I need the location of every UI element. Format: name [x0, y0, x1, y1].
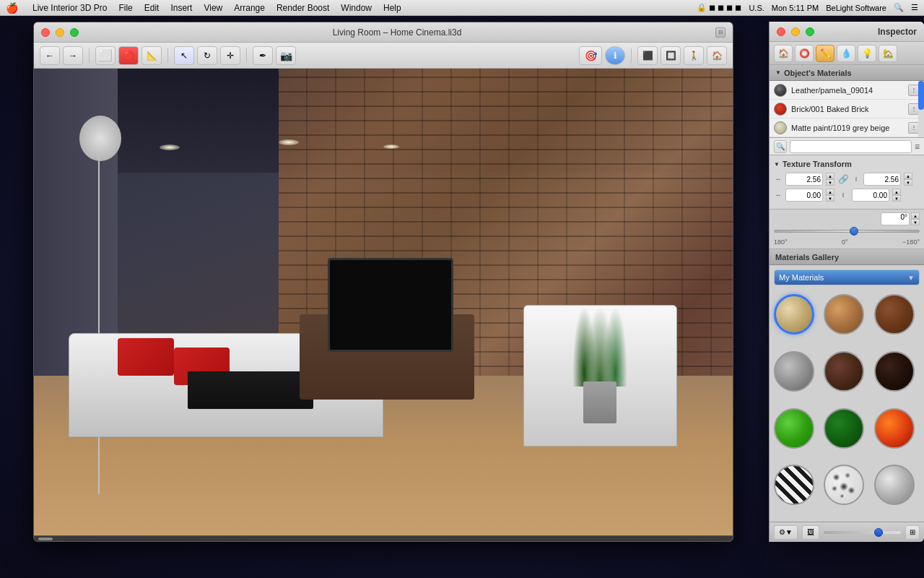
gallery-item-wood-light[interactable]	[824, 294, 864, 335]
offset-x-input[interactable]: 0.00	[785, 189, 823, 202]
tool-pen-button[interactable]: ✒	[253, 46, 273, 65]
menu-window[interactable]: Window	[341, 3, 372, 13]
scale-y-input[interactable]: 2.56	[863, 173, 901, 186]
gallery-item-fire[interactable]	[874, 408, 915, 449]
gallery-item-zebra[interactable]	[774, 465, 814, 505]
eyedropper-button[interactable]: 🔍	[774, 140, 787, 153]
tool-camera-button[interactable]: 📷	[276, 46, 296, 65]
scale-y-increment[interactable]: ▲	[904, 173, 912, 179]
menu-arrange[interactable]: Arrange	[234, 3, 265, 13]
offset-x-stepper[interactable]: ▲ ▼	[826, 189, 834, 202]
apple-menu[interactable]: 🍎	[6, 2, 18, 14]
rotation-slider-container[interactable]	[774, 225, 920, 237]
menu-view[interactable]: View	[204, 3, 222, 13]
footer-image-button[interactable]: 🖼	[802, 525, 819, 540]
tool-room-button[interactable]: 📐	[141, 46, 162, 65]
materials-options-button[interactable]: ≡	[915, 142, 920, 152]
tab-lighting[interactable]: 💡	[858, 45, 876, 62]
tool-wall-button[interactable]: 🔴	[118, 46, 139, 65]
inspector-minimize-button[interactable]	[791, 27, 800, 36]
window-close-button[interactable]	[41, 28, 50, 37]
tool-floor-button[interactable]: ⬜	[95, 46, 116, 65]
scale-x-decrement[interactable]: ▼	[826, 179, 834, 186]
toolbar-sep-3	[246, 48, 247, 63]
info-button[interactable]: ℹ	[605, 46, 625, 65]
rotation-stepper[interactable]: ▲ ▼	[911, 212, 920, 225]
view-2d-button[interactable]: ⬛	[637, 46, 658, 65]
tab-scene[interactable]: 🏡	[879, 45, 897, 62]
tab-object[interactable]: ⭕	[795, 45, 814, 62]
rotation-increment[interactable]: ▲	[911, 212, 920, 219]
materials-scrollbar[interactable]	[918, 81, 924, 137]
gallery-item-wood-dark[interactable]	[874, 294, 915, 335]
gallery-item-spots[interactable]	[824, 465, 864, 505]
footer-expand-button[interactable]: ⊞	[905, 525, 920, 540]
scale-x-increment[interactable]: ▲	[826, 173, 834, 179]
inspector-maximize-button[interactable]	[806, 27, 814, 36]
offset-x-decrement[interactable]: ▼	[826, 195, 834, 202]
menu-insert[interactable]: Insert	[170, 3, 192, 13]
scale-x-input[interactable]: 2.56	[785, 173, 823, 186]
scale-y-decrement[interactable]: ▼	[904, 179, 912, 186]
chain-link-icon[interactable]: 🔗	[837, 174, 849, 184]
material-item-brick[interactable]: Brick/001 Baked Brick ⋮	[770, 100, 924, 118]
view-split-button[interactable]: 🔲	[661, 46, 681, 65]
menubar-search-icon[interactable]: 🔍	[894, 3, 904, 12]
materials-list[interactable]: Leather/pamela_09014 ⋮ Brick/001 Baked B…	[770, 81, 924, 138]
scale-y-stepper[interactable]: ▲ ▼	[904, 173, 912, 186]
material-item-matte[interactable]: Matte paint/1019 grey beige ⋮	[770, 118, 924, 137]
tool-move-button[interactable]: ✛	[220, 46, 240, 65]
rotation-min-label: 180°	[774, 238, 788, 246]
material-search-input[interactable]	[790, 140, 912, 153]
menu-file[interactable]: File	[118, 3, 132, 13]
footer-gear-button[interactable]: ⚙▼	[774, 525, 798, 540]
tool-select-button[interactable]: ↖	[174, 46, 194, 65]
gallery-dropdown[interactable]: My Materials ▼	[774, 269, 920, 285]
nav-back-button[interactable]: ←	[40, 46, 60, 65]
gallery-item-beige[interactable]	[774, 294, 814, 335]
viewport-scrollbar[interactable]	[34, 535, 733, 541]
scale-y-label: I	[852, 176, 860, 183]
tab-texture[interactable]: 💧	[837, 45, 855, 62]
toolbar-sep-4	[631, 48, 632, 63]
menu-edit[interactable]: Edit	[144, 3, 160, 13]
footer-zoom-slider[interactable]	[824, 531, 901, 534]
3d-viewport[interactable]	[34, 69, 733, 541]
view-home-button[interactable]: 🏠	[707, 46, 727, 65]
menu-help[interactable]: Help	[383, 3, 401, 13]
tab-materials[interactable]: ✏️	[816, 45, 834, 62]
gallery-item-green-bright[interactable]	[774, 408, 814, 449]
offset-x-increment[interactable]: ▲	[826, 189, 834, 195]
window-maximize-button[interactable]	[70, 28, 79, 37]
scale-x-stepper[interactable]: ▲ ▼	[826, 173, 834, 186]
offset-y-input[interactable]: 0.00	[852, 189, 889, 202]
offset-y-increment[interactable]: ▲	[892, 189, 901, 195]
window-resize-button[interactable]: ⊟	[715, 27, 725, 38]
rotation-input[interactable]: 0°	[881, 212, 910, 225]
window-minimize-button[interactable]	[56, 28, 64, 37]
gallery-item-silver[interactable]	[874, 465, 915, 505]
menubar-menu-icon[interactable]: ☰	[911, 3, 918, 12]
menu-appname[interactable]: Live Interior 3D Pro	[32, 3, 107, 13]
rotation-slider-thumb[interactable]	[850, 227, 858, 236]
material-item-leather[interactable]: Leather/pamela_09014 ⋮	[770, 81, 924, 100]
nav-forward-button[interactable]: →	[63, 46, 83, 65]
rotation-max-label: −180°	[902, 238, 920, 246]
gallery-item-dark-brown[interactable]	[874, 351, 915, 392]
gallery-item-brown[interactable]	[824, 351, 864, 392]
rotation-section: 0° ▲ ▼ 180° 0° −180°	[770, 210, 924, 249]
inspector-title: Inspector	[820, 27, 917, 37]
tool-rotate-button[interactable]: ↻	[197, 46, 217, 65]
view-3d-button[interactable]: 🎯	[579, 46, 602, 65]
offset-y-decrement[interactable]: ▼	[892, 195, 901, 202]
inspector-close-button[interactable]	[777, 27, 785, 36]
scene-container	[34, 69, 733, 541]
offset-y-stepper[interactable]: ▲ ▼	[892, 189, 901, 202]
menu-render-boost[interactable]: Render Boost	[276, 3, 329, 13]
rotation-decrement[interactable]: ▼	[911, 219, 920, 225]
tab-home[interactable]: 🏠	[774, 45, 793, 62]
gallery-item-green-dark[interactable]	[824, 408, 864, 449]
view-walk-button[interactable]: 🚶	[684, 46, 704, 65]
gallery-item-concrete[interactable]	[774, 351, 814, 392]
materials-scrollbar-thumb	[918, 81, 924, 110]
